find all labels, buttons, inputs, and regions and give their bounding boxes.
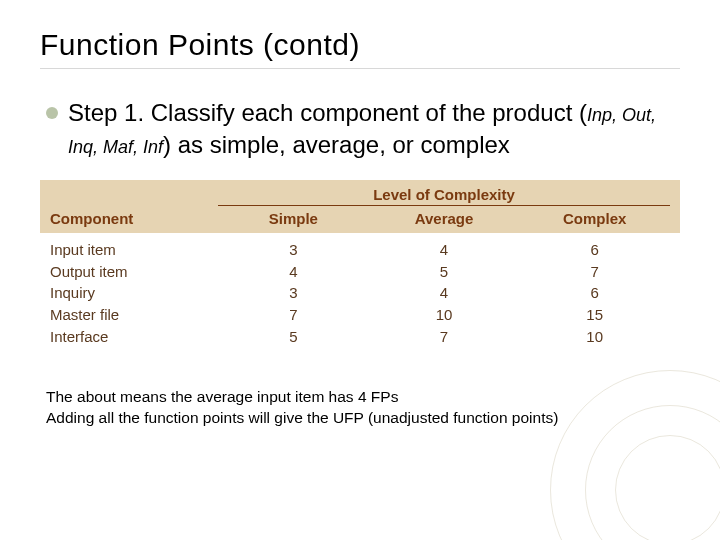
step-block: Step 1. Classify each component of the p… [40, 97, 680, 162]
cell: 4 [218, 261, 369, 283]
footnote-line2: Adding all the function points will give… [46, 407, 680, 429]
table-body: Input item Output item Inquiry Master fi… [40, 233, 680, 358]
cell: 7 [218, 304, 369, 326]
col-average-vals: 4 5 4 10 7 [369, 239, 520, 348]
bullet-icon [46, 107, 58, 119]
cell: 5 [218, 326, 369, 348]
col-simple-vals: 3 4 3 7 5 [218, 239, 369, 348]
cell: 15 [519, 304, 670, 326]
cell: 3 [218, 239, 369, 261]
header-component: Component [50, 210, 218, 227]
footnote: The about means the average input item h… [40, 386, 680, 429]
col-complex: Complex [519, 210, 670, 227]
cell: 10 [519, 326, 670, 348]
col-simple: Simple [218, 210, 369, 227]
col-values: 3 4 3 7 5 4 5 4 10 7 6 7 6 15 [218, 239, 670, 348]
cell: 3 [218, 282, 369, 304]
table-row: Input item [50, 239, 218, 261]
table-row: Inquiry [50, 282, 218, 304]
step-body-after: ) as simple, average, or complex [163, 131, 510, 158]
table-row: Master file [50, 304, 218, 326]
cell: 4 [369, 239, 520, 261]
step-label: Step 1. [68, 99, 144, 126]
slide-content: Function Points (contd) Step 1. Classify… [0, 0, 720, 449]
slide-title: Function Points (contd) [40, 28, 680, 69]
cell: 6 [519, 239, 670, 261]
header-loc-title: Level of Complexity [218, 186, 670, 206]
cell: 7 [519, 261, 670, 283]
footnote-line1: The about means the average input item h… [46, 386, 680, 408]
col-complex-vals: 6 7 6 15 10 [519, 239, 670, 348]
header-loc-cols: Simple Average Complex [218, 210, 670, 227]
table-row: Output item [50, 261, 218, 283]
cell: 5 [369, 261, 520, 283]
header-loc: Level of Complexity Simple Average Compl… [218, 186, 670, 227]
cell: 4 [369, 282, 520, 304]
cell: 10 [369, 304, 520, 326]
col-component-names: Input item Output item Inquiry Master fi… [50, 239, 218, 348]
table-row: Interface [50, 326, 218, 348]
cell: 7 [369, 326, 520, 348]
col-average: Average [369, 210, 520, 227]
step-body-before: Classify each component of the product ( [151, 99, 587, 126]
table-header: Component Level of Complexity Simple Ave… [40, 180, 680, 233]
complexity-table: Component Level of Complexity Simple Ave… [40, 180, 680, 358]
step-text: Step 1. Classify each component of the p… [68, 97, 676, 162]
cell: 6 [519, 282, 670, 304]
